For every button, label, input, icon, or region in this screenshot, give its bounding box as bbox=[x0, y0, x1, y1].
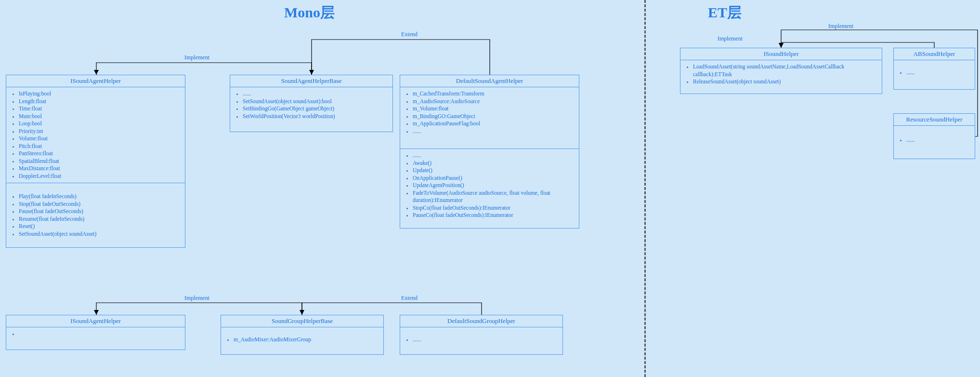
class-item: ...... bbox=[243, 90, 389, 98]
class-prop: m_Volume:float bbox=[413, 105, 575, 113]
class-properties: IsPlaying:bool Length:float Time:float M… bbox=[6, 87, 185, 183]
class-prop: m_BindingGO:GameObject bbox=[413, 113, 575, 121]
class-resourcesoundhelper: ResourceSoundHelper ...... bbox=[893, 113, 975, 159]
class-title: SoundGroupHelperBase bbox=[221, 315, 383, 327]
class-prop: m_CachedTransform:Transform bbox=[413, 90, 575, 98]
class-prop: DopplerLevel:float bbox=[19, 173, 181, 180]
class-title: ISoundAgentHelper bbox=[6, 75, 185, 87]
class-prop: SpatialBlend:float bbox=[19, 158, 181, 165]
class-prop: ...... bbox=[413, 128, 575, 135]
class-members: ...... SetSoundAsset(object soundAsset):… bbox=[230, 87, 392, 132]
edge-label-implement: Implement bbox=[718, 35, 743, 42]
class-item: SetWorldPosition(Vector3 worldPosition) bbox=[243, 113, 389, 121]
class-members bbox=[6, 327, 185, 350]
class-method: SetSoundAsset(object soundAsset) bbox=[19, 230, 181, 238]
svg-marker-0 bbox=[94, 70, 99, 75]
class-method: FadeToVolume(AudioSource audioSource, fl… bbox=[413, 189, 575, 204]
class-method: Awake() bbox=[413, 160, 575, 167]
class-item: ...... bbox=[413, 336, 559, 344]
section-title-et: ET层 bbox=[708, 3, 742, 23]
class-members: ...... bbox=[894, 60, 975, 89]
class-isoundagenthelper-bottom: ISoundAgentHelper bbox=[6, 315, 185, 350]
svg-marker-1 bbox=[309, 70, 314, 75]
class-method: ...... bbox=[413, 152, 575, 160]
class-item bbox=[19, 330, 181, 338]
class-item: ...... bbox=[906, 136, 971, 144]
class-method: Stop(float fadeOutSeconds) bbox=[19, 201, 181, 208]
class-title: ISoundHelper bbox=[680, 48, 882, 60]
class-prop: Length:float bbox=[19, 98, 181, 106]
class-title: DefaultSoundAgentHelper bbox=[400, 75, 579, 87]
edge-label-extend: Extend bbox=[401, 295, 418, 302]
class-item: m_AudioMixer:AudioMixerGroup bbox=[234, 336, 379, 344]
class-absoundhelper: ABSoundHelper ...... bbox=[893, 48, 975, 90]
class-item: ...... bbox=[906, 69, 971, 77]
class-title: ABSoundHelper bbox=[894, 48, 975, 60]
class-method: UpdateAgentPosition() bbox=[413, 182, 575, 189]
class-item: LoadSoundAsset(string soundAssetName,Loa… bbox=[693, 63, 878, 78]
class-title: DefaultSoundGroupHelper bbox=[400, 315, 562, 327]
class-isoundagenthelper: ISoundAgentHelper IsPlaying:bool Length:… bbox=[6, 75, 185, 248]
class-methods: ...... Awake() Update() OnApplicationPau… bbox=[400, 149, 579, 228]
section-divider bbox=[644, 0, 646, 377]
class-title: ISoundAgentHelper bbox=[6, 315, 185, 327]
svg-marker-4 bbox=[779, 43, 784, 48]
class-prop: m_AudioSource:AudioSource bbox=[413, 98, 575, 106]
class-method: Pause(float fadeOutSeconds) bbox=[19, 208, 181, 215]
class-method: PauseCo(float fadeOutSeconds):IEnumerato… bbox=[413, 212, 575, 219]
class-method: StopCo(float fadeOutSeconds):IEnumerator bbox=[413, 204, 575, 212]
class-prop: Loop:bool bbox=[19, 120, 181, 128]
class-prop: Volume:float bbox=[19, 135, 181, 143]
section-title-mono: Mono层 bbox=[284, 3, 335, 23]
class-prop: Priority:int bbox=[19, 128, 181, 135]
class-prop: m_ApplicationPauseFlag:bool bbox=[413, 120, 575, 128]
class-method: Reset() bbox=[19, 223, 181, 230]
class-method: Update() bbox=[413, 167, 575, 175]
class-title: ResourceSoundHelper bbox=[894, 114, 975, 126]
class-prop: MaxDistance:float bbox=[19, 165, 181, 173]
class-method: Resume(float fadeInSeconds) bbox=[19, 215, 181, 223]
edge-label-extend: Extend bbox=[401, 31, 418, 38]
edge-label-implement: Implement bbox=[828, 23, 853, 30]
class-members: ...... bbox=[894, 126, 975, 159]
edge-label-implement: Implement bbox=[184, 295, 209, 302]
class-members: ...... bbox=[400, 327, 562, 354]
class-methods: Play(float fadeInSeconds) Stop(float fad… bbox=[6, 183, 185, 247]
class-defaultsoundagenthelper: DefaultSoundAgentHelper m_CachedTransfor… bbox=[400, 75, 579, 229]
class-members: LoadSoundAsset(string soundAssetName,Loa… bbox=[680, 60, 882, 94]
class-item: SetSoundAsset(object soundAsset):bool bbox=[243, 98, 389, 106]
class-soundgrouphelperbase: SoundGroupHelperBase m_AudioMixer:AudioM… bbox=[221, 315, 384, 355]
class-prop: Time:float bbox=[19, 105, 181, 113]
class-item: ReleaseSoundAsset(object soundAsset) bbox=[693, 78, 878, 86]
class-title: SoundAgentHelperBase bbox=[230, 75, 392, 87]
class-properties: m_CachedTransform:Transform m_AudioSourc… bbox=[400, 87, 579, 149]
svg-marker-2 bbox=[94, 310, 99, 315]
class-prop: IsPlaying:bool bbox=[19, 90, 181, 98]
class-members: m_AudioMixer:AudioMixerGroup bbox=[221, 327, 383, 354]
class-method: Play(float fadeInSeconds) bbox=[19, 193, 181, 201]
class-isoundhelper: ISoundHelper LoadSoundAsset(string sound… bbox=[680, 48, 882, 94]
class-method: OnApplicationPause() bbox=[413, 175, 575, 182]
edge-label-implement: Implement bbox=[184, 54, 209, 61]
class-item: SetBindingGo(GameObject gameObject) bbox=[243, 105, 389, 113]
svg-marker-3 bbox=[300, 310, 304, 315]
class-prop: Mute:bool bbox=[19, 113, 181, 121]
class-defaultsoundgrouphelper: DefaultSoundGroupHelper ...... bbox=[400, 315, 563, 355]
class-prop: Pitch:float bbox=[19, 143, 181, 150]
class-soundagenthelperbase: SoundAgentHelperBase ...... SetSoundAsse… bbox=[230, 75, 393, 132]
class-prop: PanStereo:float bbox=[19, 150, 181, 158]
svg-marker-5 bbox=[779, 43, 784, 48]
